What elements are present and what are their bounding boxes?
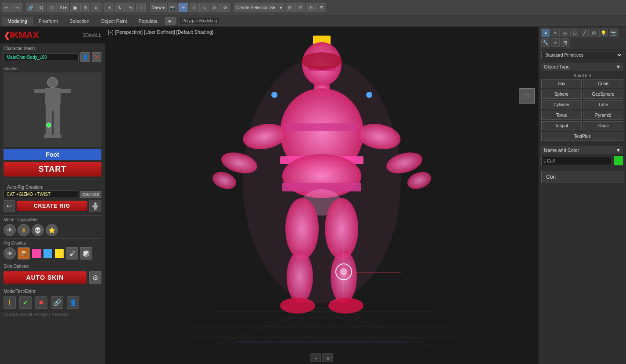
obj-geosphere-btn[interactable]: GeoSphere [583, 90, 623, 99]
mesh-name-box[interactable]: MaleChar-Body_L00 [4, 54, 79, 61]
layer-icon[interactable]: ≣ [317, 3, 326, 12]
mode-3-icon[interactable]: 3 [189, 3, 198, 12]
skeleton-icon[interactable]: 💀 [32, 224, 44, 236]
gear-button[interactable]: ⚙ [89, 271, 101, 284]
mirror-icon[interactable]: ⊞ [80, 3, 90, 12]
rt-light-icon[interactable]: 💡 [599, 29, 608, 37]
schematic-icon[interactable]: ⊞ [285, 3, 295, 12]
rt-gear-icon[interactable]: ⚙ [590, 29, 598, 37]
color-swatch-pink[interactable] [32, 249, 41, 258]
tab-object-paint[interactable]: Object Paint [95, 17, 133, 25]
obj-box-btn[interactable]: Box [541, 79, 582, 88]
start-button[interactable]: START [4, 162, 101, 177]
svg-point-12 [94, 202, 97, 205]
top-toolbar: ↩ ↪ 🔗 ⛓ ⬡ AI ▾ ▣ ⊞ ≡ + ↻ % ⌇ View ▾ 📷 ✛ … [0, 0, 626, 15]
color-swatch-yellow[interactable] [54, 249, 64, 258]
select-box-icon[interactable]: ▣ [70, 3, 79, 12]
rig-extra-button[interactable] [89, 200, 101, 212]
guides-preview [4, 72, 101, 147]
obj-cylinder-btn[interactable]: Cylinder [541, 100, 582, 109]
link-icon[interactable]: 🔗 [26, 3, 36, 12]
rt-sys-icon[interactable]: ⊞ [561, 38, 569, 47]
rt-cursor-icon[interactable]: ↖ [551, 29, 560, 37]
create-selection-dropdown[interactable]: Create Selection Se... ▾ [234, 3, 284, 12]
tab-modeling[interactable]: Modeling [2, 17, 33, 25]
create-rig-button[interactable]: CREATE RIG [17, 201, 87, 211]
eye-icon[interactable]: 👁 [4, 224, 16, 236]
magnet-icon[interactable]: ⌇ [136, 3, 146, 12]
obj-cone-btn[interactable]: Cone [583, 79, 623, 88]
rig-box-icon[interactable]: 📦 [18, 247, 30, 259]
mode-cycle-icon[interactable]: ⟳ [220, 3, 230, 12]
mode-check-icon[interactable]: ✔ [19, 296, 32, 309]
divider-3 [148, 3, 148, 12]
rotate-snap-icon[interactable]: ↻ [115, 3, 125, 12]
percent-icon[interactable]: % [126, 3, 135, 12]
undo-rig-button[interactable]: ↩ [4, 200, 15, 212]
obj-pyramid-btn[interactable]: Pyramid [583, 111, 623, 120]
rt-diamond-icon[interactable]: ◇ [561, 29, 569, 37]
table-icon[interactable]: ⊟ [295, 3, 305, 12]
tab-freeform[interactable]: Freeform [33, 17, 64, 25]
name-color-title[interactable]: Name and Color ▼ [541, 146, 623, 154]
grid-icon[interactable]: ⊞ [306, 3, 316, 12]
obj-textplus-btn[interactable]: TextPlus [541, 132, 623, 141]
foot-label[interactable]: Foot [4, 149, 101, 160]
color-swatch-blue[interactable] [43, 249, 53, 258]
mode-stick-icon[interactable]: 🚶 [4, 296, 16, 309]
obj-torus-btn[interactable]: Torus [541, 111, 582, 120]
obj-plane-btn[interactable]: Plane [583, 121, 623, 130]
nav-minus-btn[interactable]: - [311, 353, 321, 362]
color-picker[interactable] [614, 156, 623, 166]
rt-space-icon[interactable]: ≈ [551, 38, 560, 47]
name-input[interactable] [541, 157, 612, 165]
obj-tube-btn[interactable]: Tube [583, 100, 623, 109]
mesh-person-icon[interactable]: 👤 [80, 52, 90, 62]
redo-icon[interactable]: ↪ [12, 3, 22, 12]
rt-helper-icon[interactable]: 🔧 [541, 38, 550, 47]
viewport[interactable]: [+] [Perspective] [User Defined] [Defaul… [105, 27, 538, 364]
select-mode-icon[interactable]: ✛ [178, 3, 188, 12]
mode-poly-icon[interactable]: ⊘ [210, 3, 219, 12]
autoskin-button[interactable]: AUTO SKIN [4, 271, 86, 284]
ikmax-text: ❮IKMAX [4, 29, 39, 41]
mode-row: 🚶 ✔ ✖ 🔗 👤 [0, 295, 105, 310]
viewport-expand-icon[interactable]: □ [519, 88, 535, 104]
standard-primitives-dropdown[interactable]: Standard Primitives [541, 51, 623, 59]
obj-teapot-btn[interactable]: Teapot [541, 121, 582, 130]
rt-camera-icon[interactable]: 📷 [609, 29, 618, 37]
divider-7 [4, 238, 101, 239]
paint-icon[interactable]: 🖌 [66, 247, 78, 259]
rig-eye-icon[interactable]: 👁 [4, 247, 16, 259]
rt-slash-icon[interactable]: ╱ [580, 29, 589, 37]
obj-sphere-btn[interactable]: Sphere [541, 90, 582, 99]
change-button[interactable]: CHANGE [80, 191, 101, 198]
expand-icons: □ [519, 88, 535, 104]
name-color-section: Name and Color ▼ [539, 144, 626, 167]
divider-1 [24, 3, 24, 12]
camera-icon[interactable]: 📷 [168, 3, 177, 12]
ai-dropdown[interactable]: AI ▾ [58, 3, 69, 12]
tab-populate[interactable]: Populate [133, 17, 163, 25]
mode-person-icon[interactable]: 👤 [67, 296, 79, 309]
mode-wave-icon[interactable]: ∿ [199, 3, 209, 12]
body-icon[interactable]: 🧍 [18, 224, 30, 236]
mode-link-icon[interactable]: 🔗 [51, 296, 63, 309]
unlink-icon[interactable]: ⛓ [36, 3, 46, 12]
mode-cross-icon[interactable]: ✖ [35, 296, 47, 309]
rt-square-icon[interactable]: □ [570, 29, 579, 37]
svg-rect-16 [94, 208, 95, 210]
undo-icon[interactable]: ↩ [2, 3, 11, 12]
bind-icon[interactable]: ⬡ [47, 3, 57, 12]
tab-selection[interactable]: Selection [64, 17, 95, 25]
object-type-title[interactable]: Object Type ▼ [541, 63, 623, 71]
nav-cursor-btn[interactable]: ⊕ [323, 353, 333, 362]
snap-icon[interactable]: + [104, 3, 114, 12]
tab-extra[interactable]: ▶ [165, 17, 176, 25]
mesh-delete-icon[interactable]: ✕ [92, 52, 101, 62]
cube-color-icon[interactable]: 🎲 [80, 247, 92, 259]
align-icon[interactable]: ≡ [91, 3, 101, 12]
view-dropdown[interactable]: View ▾ [150, 3, 167, 12]
rt-circle-icon[interactable]: ● [541, 29, 550, 37]
star-icon[interactable]: ⭐ [46, 224, 58, 236]
